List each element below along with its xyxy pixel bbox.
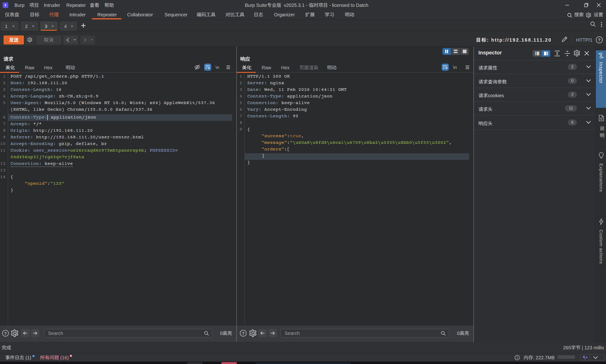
- svg-text:?: ?: [242, 331, 244, 336]
- svg-text:?: ?: [598, 38, 600, 42]
- svg-text:?: ?: [4, 331, 7, 336]
